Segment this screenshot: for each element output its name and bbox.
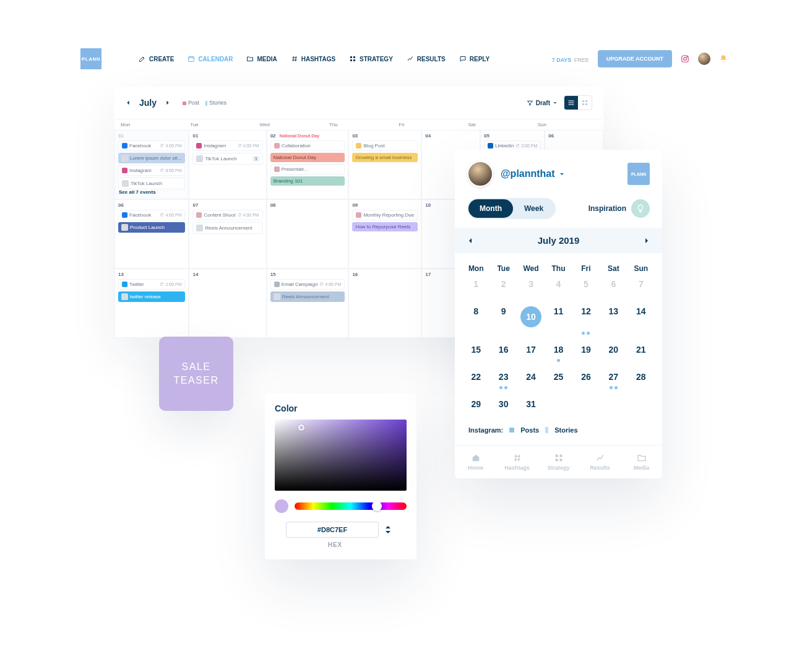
calendar-cell[interactable]: 31Facebook⏱ 4:00 PMLorem ipsum dolor sit… (114, 130, 189, 199)
instagram-icon[interactable] (681, 54, 689, 63)
mobile-day[interactable]: 13 (600, 306, 627, 331)
notifications-icon[interactable] (719, 54, 728, 63)
event-bar[interactable]: How to Repurpose Reels (352, 222, 418, 231)
mobile-day[interactable]: 24 (517, 372, 545, 386)
mobile-day[interactable]: 4 (545, 279, 572, 293)
event-row[interactable]: Facebook⏱ 4:00 PM (118, 210, 185, 220)
event-bar[interactable]: twitter release (118, 291, 185, 302)
mobile-day[interactable]: 19 (572, 345, 600, 358)
nav-strategy[interactable]: STRATEGY (349, 55, 393, 62)
event-bar[interactable]: National Donut Day (270, 153, 345, 162)
see-all-events-link[interactable]: See all 7 events (119, 189, 156, 195)
next-month-button[interactable] (165, 100, 170, 105)
saturation-field[interactable] (275, 420, 407, 491)
mobile-day[interactable]: 7 (627, 279, 655, 293)
mobile-nav-strategy[interactable]: Strategy (538, 446, 579, 478)
hex-steppers[interactable] (385, 525, 391, 535)
month-segment-button[interactable]: Month (468, 199, 513, 218)
mobile-day[interactable]: 26 (572, 372, 600, 386)
mobile-day[interactable]: 21 (627, 345, 655, 358)
nav-hashtags[interactable]: HASHTAGS (291, 55, 335, 62)
account-handle-dropdown[interactable]: @plannthat (501, 168, 565, 179)
mobile-day[interactable]: 11 (545, 306, 572, 331)
event-bar[interactable]: Growing a small business (352, 153, 418, 162)
mobile-day[interactable]: 30 (489, 399, 517, 413)
calendar-cell[interactable]: 13Twitter⏱ 2:00 PMtwitter release (114, 269, 189, 338)
mobile-day[interactable]: 27 (600, 372, 627, 386)
event-row[interactable]: Twitter⏱ 2:00 PM (118, 279, 185, 290)
prev-month-button[interactable] (126, 100, 131, 105)
calendar-cell[interactable]: 06Facebook⏱ 4:00 PMProduct Launch (114, 199, 189, 269)
upgrade-account-button[interactable]: UPGRADE ACCOUNT (598, 50, 672, 67)
event-bar[interactable]: TikTok Launch (118, 178, 185, 189)
calendar-cell[interactable]: 15Email Campaign⏱ 4:00 PMReels Announcem… (267, 269, 349, 338)
event-bar[interactable]: Product Launch (118, 222, 185, 233)
mobile-day[interactable]: 17 (517, 345, 545, 358)
mobile-day[interactable]: 3 (517, 279, 545, 293)
mobile-day[interactable]: 8 (462, 306, 489, 331)
calendar-cell[interactable]: 01Instagram⏱ 4:00 PMTikTok Launch3 (189, 130, 266, 199)
mobile-day[interactable]: 9 (489, 306, 517, 331)
sale-teaser-card[interactable]: SALETEASER (159, 337, 233, 411)
mobile-nav-hashtags[interactable]: Hashtags (496, 446, 538, 478)
mobile-day[interactable]: 25 (545, 372, 572, 386)
hue-slider[interactable] (295, 502, 407, 510)
mobile-day[interactable]: 5 (572, 279, 600, 293)
mobile-day[interactable]: 18 (545, 345, 572, 358)
mobile-day[interactable]: 22 (462, 372, 489, 386)
saturation-cursor[interactable] (298, 424, 304, 431)
hex-input[interactable] (286, 522, 379, 538)
event-row[interactable]: Blog Post (352, 140, 418, 151)
nav-reply[interactable]: REPLY (459, 55, 489, 62)
mobile-day[interactable]: 12 (572, 306, 600, 331)
event-row[interactable]: Monthly Reporting Due (352, 210, 418, 220)
week-segment-button[interactable]: Week (513, 199, 554, 218)
mobile-day[interactable]: 20 (600, 345, 627, 358)
calendar-cell[interactable]: 09Monthly Reporting DueHow to Repurpose … (348, 199, 421, 269)
mobile-day[interactable]: 6 (600, 279, 627, 293)
mobile-day[interactable]: 10 (517, 306, 545, 331)
filter-draft-dropdown[interactable]: Draft (527, 100, 558, 106)
event-bar[interactable]: Reels Announcement (192, 222, 262, 234)
calendar-cell[interactable]: 16 (348, 269, 421, 338)
calendar-cell[interactable]: 08 (267, 199, 349, 269)
event-row[interactable]: Instagram⏱ 4:00 PM (192, 140, 262, 151)
hue-cursor[interactable] (372, 501, 382, 511)
event-bar[interactable]: Lorem ipsum dolor sit… (118, 153, 185, 163)
mobile-nav-media[interactable]: Media (621, 446, 662, 478)
mobile-day[interactable]: 16 (489, 345, 517, 358)
calendar-cell[interactable]: 03Blog PostGrowing a small business (348, 130, 421, 199)
nav-media[interactable]: MEDIA (246, 55, 277, 62)
mobile-day[interactable]: 31 (517, 399, 545, 413)
mobile-day[interactable]: 14 (627, 306, 655, 331)
nav-calendar[interactable]: CALENDAR (188, 55, 233, 62)
event-row[interactable]: Collaboration (270, 140, 345, 151)
event-row[interactable]: Email Campaign⏱ 4:00 PM (270, 279, 345, 290)
event-row[interactable]: Instagram⏱ 8:00 PM (118, 165, 185, 176)
calendar-cell[interactable]: 02National Donut DayCollaborationNationa… (267, 130, 349, 199)
event-row[interactable]: Content Shoot⏱ 4:00 PM (192, 210, 262, 220)
mobile-next-month-button[interactable] (644, 238, 650, 244)
calendar-cell[interactable]: 14 (189, 269, 266, 338)
list-view-button[interactable] (564, 96, 578, 110)
nav-create[interactable]: CREATE (139, 55, 174, 62)
mobile-day[interactable]: 23 (489, 372, 517, 386)
event-bar[interactable]: Reels Announcement (270, 291, 345, 302)
event-bar[interactable]: TikTok Launch3 (192, 153, 262, 165)
mobile-prev-month-button[interactable] (467, 238, 473, 244)
mobile-day[interactable]: 2 (489, 279, 517, 293)
mobile-day[interactable]: 28 (627, 372, 655, 386)
event-bar[interactable]: Branding 101 (270, 176, 345, 186)
profile-avatar[interactable] (467, 161, 493, 187)
user-avatar[interactable] (698, 53, 710, 65)
mobile-day[interactable]: 15 (462, 345, 489, 358)
event-row[interactable]: Presentati… (270, 164, 345, 174)
nav-results[interactable]: RESULTS (407, 55, 446, 62)
grid-view-button[interactable] (578, 96, 592, 110)
mobile-day[interactable]: 1 (462, 279, 489, 293)
calendar-cell[interactable]: 07Content Shoot⏱ 4:00 PMReels Announceme… (189, 199, 266, 269)
mobile-nav-home[interactable]: Home (455, 446, 496, 478)
event-row[interactable]: Facebook⏱ 4:00 PM (118, 140, 185, 151)
inspiration-button[interactable]: Inspiration (589, 199, 650, 218)
mobile-nav-results[interactable]: Results (579, 446, 621, 478)
